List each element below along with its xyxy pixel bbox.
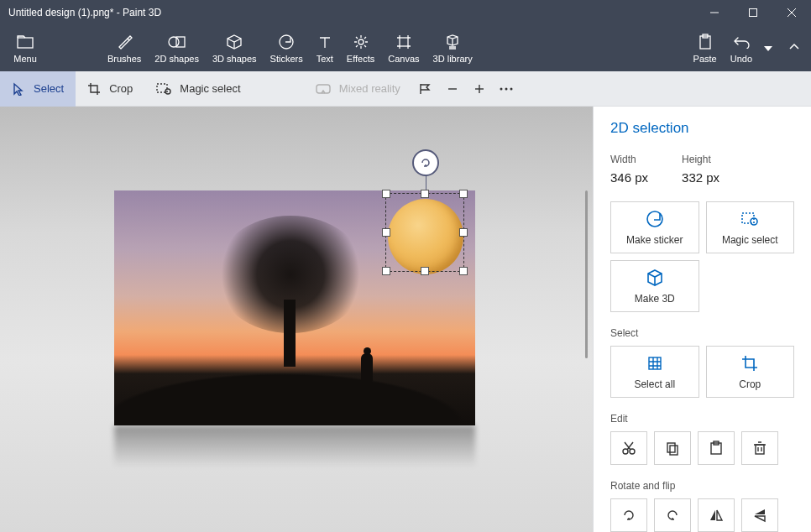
canvas-icon — [395, 33, 412, 51]
sticker-icon — [646, 210, 664, 231]
mixed-reality-tool: Mixed reality — [304, 71, 412, 107]
2d-shapes-icon — [168, 33, 186, 51]
maximize-button[interactable] — [734, 0, 772, 25]
canvas-image[interactable] — [114, 190, 475, 425]
svg-rect-31 — [756, 445, 764, 454]
ribbon-stickers[interactable]: Stickers — [264, 25, 310, 71]
magic-select-icon — [156, 83, 171, 95]
stickers-icon — [278, 33, 295, 51]
cursor-icon — [12, 82, 25, 96]
svg-point-13 — [165, 89, 170, 94]
close-button[interactable] — [772, 0, 811, 25]
width-value[interactable]: 346 px — [610, 170, 648, 185]
text-icon — [317, 33, 332, 51]
collapse-ribbon[interactable] — [777, 25, 811, 71]
3d-shapes-icon — [226, 33, 243, 51]
canvas-shadow — [114, 425, 475, 467]
vertical-scrollbar[interactable] — [585, 190, 588, 358]
make-sticker-label: Make sticker — [626, 234, 683, 246]
moon-object[interactable] — [388, 199, 463, 274]
ribbon: Menu Brushes 2D shapes 3D shapes Sticker… — [0, 25, 811, 71]
ribbon-label: Stickers — [270, 54, 303, 64]
toolbar: Select Crop Magic select Mixed reality — [0, 71, 811, 107]
magic-select-panel-icon — [740, 210, 759, 231]
crop-icon — [87, 82, 101, 96]
chevron-up-icon — [788, 38, 800, 56]
mixed-label: Mixed reality — [339, 82, 400, 95]
folder-icon — [17, 33, 34, 51]
make-3d-button[interactable]: Make 3D — [610, 260, 699, 312]
undo-button[interactable]: Undo — [724, 25, 759, 71]
3d-library-icon — [444, 33, 461, 51]
ribbon-label: Canvas — [388, 54, 419, 64]
plus-icon — [474, 83, 485, 95]
minimize-button[interactable] — [695, 0, 734, 25]
width-label: Width — [610, 154, 648, 165]
rotate-left-button[interactable] — [610, 498, 647, 532]
svg-point-19 — [505, 87, 507, 90]
rotate-heading: Rotate and flip — [610, 480, 794, 492]
window-title: Untitled design (1).png* - Paint 3D — [8, 7, 695, 18]
make-3d-label: Make 3D — [635, 293, 675, 305]
view-3d-tool[interactable] — [412, 71, 439, 107]
select-all-button[interactable]: Select all — [610, 346, 699, 398]
ribbon-label: 2D shapes — [154, 54, 199, 64]
effects-icon — [353, 33, 369, 51]
ribbon-brushes[interactable]: Brushes — [101, 25, 148, 71]
crop-tool[interactable]: Crop — [76, 71, 144, 107]
height-label: Height — [682, 154, 719, 165]
svg-point-8 — [358, 39, 364, 44]
crop-label: Crop — [109, 82, 133, 95]
crop-button[interactable]: Crop — [706, 346, 795, 398]
mixed-reality-icon — [316, 84, 331, 94]
make-sticker-button[interactable]: Make sticker — [610, 201, 699, 253]
paste-label: Paste — [693, 54, 717, 64]
svg-rect-24 — [649, 357, 661, 369]
rotate-right-button[interactable] — [654, 498, 691, 532]
panel-title: 2D selection — [610, 120, 794, 137]
svg-rect-9 — [400, 38, 408, 46]
hill-silhouette — [114, 350, 475, 425]
svg-rect-14 — [317, 85, 330, 93]
rotate-handle[interactable] — [412, 149, 439, 176]
svg-point-20 — [510, 87, 512, 90]
ribbon-2d-shapes[interactable]: 2D shapes — [148, 25, 206, 71]
paste-button[interactable]: Paste — [687, 25, 724, 71]
ribbon-label: Text — [317, 54, 333, 64]
magic-select-button[interactable]: Magic select — [706, 201, 795, 253]
cube-icon — [646, 269, 664, 289]
select-all-label: Select all — [634, 378, 675, 390]
zoom-in[interactable] — [466, 71, 493, 107]
ribbon-3d-library[interactable]: 3D library — [426, 25, 479, 71]
cut-button[interactable] — [610, 431, 647, 465]
select-all-icon — [646, 354, 664, 375]
crop-panel-icon — [740, 354, 759, 375]
zoom-out[interactable] — [439, 71, 466, 107]
svg-rect-27 — [667, 443, 675, 452]
copy-button[interactable] — [654, 431, 691, 465]
titlebar: Untitled design (1).png* - Paint 3D — [0, 0, 811, 25]
height-value[interactable]: 332 px — [682, 170, 719, 185]
select-tool[interactable]: Select — [0, 71, 76, 107]
menu-button[interactable]: Menu — [0, 25, 50, 71]
svg-point-5 — [169, 37, 179, 47]
svg-rect-28 — [670, 446, 678, 455]
magic-select-tool[interactable]: Magic select — [144, 71, 252, 107]
flip-horizontal-button[interactable] — [698, 498, 735, 532]
brush-icon — [116, 33, 133, 51]
delete-button[interactable] — [741, 431, 778, 465]
undo-icon — [733, 33, 750, 51]
ribbon-canvas[interactable]: Canvas — [381, 25, 426, 71]
ribbon-text[interactable]: Text — [310, 25, 340, 71]
ribbon-effects[interactable]: Effects — [340, 25, 381, 71]
magic-select-label: Magic select — [722, 234, 778, 246]
canvas-area[interactable] — [0, 107, 593, 532]
ribbon-label: 3D shapes — [212, 54, 257, 64]
flip-vertical-button[interactable] — [741, 498, 778, 532]
more-tool[interactable] — [493, 71, 520, 107]
select-label: Select — [34, 82, 64, 95]
ribbon-3d-shapes[interactable]: 3D shapes — [206, 25, 264, 71]
flag-icon — [419, 83, 432, 95]
undo-dropdown[interactable] — [759, 46, 777, 51]
paste-panel-button[interactable] — [698, 431, 735, 465]
